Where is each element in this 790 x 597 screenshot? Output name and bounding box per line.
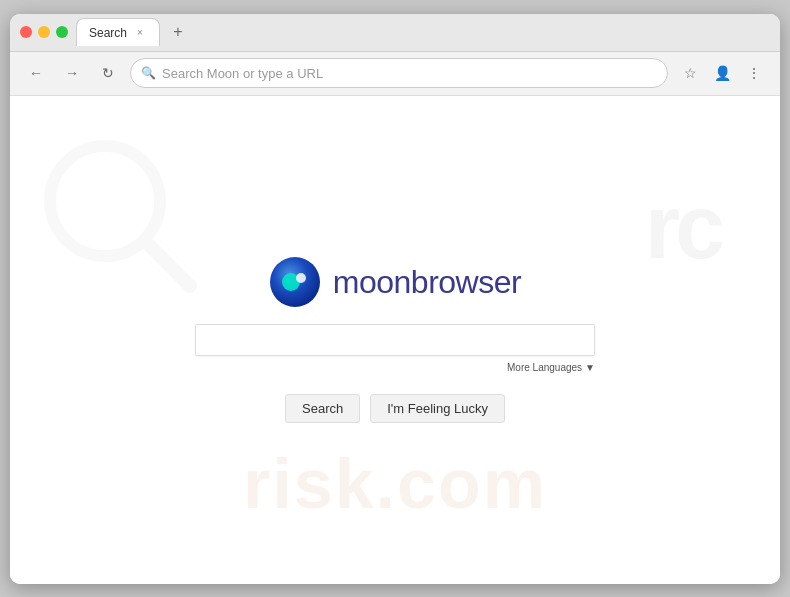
bookmark-button[interactable]: ☆ (676, 59, 704, 87)
search-bar-wrapper: More Languages▼ (195, 324, 595, 374)
search-icon: 🔍 (141, 66, 156, 80)
svg-line-1 (148, 244, 190, 286)
address-bar-text: Search Moon or type a URL (162, 66, 323, 81)
menu-button[interactable]: ⋮ (740, 59, 768, 87)
back-icon: ← (29, 65, 43, 81)
back-button[interactable]: ← (22, 59, 50, 87)
search-content: moonbrowser More Languages▼ Search I'm F… (195, 256, 595, 423)
tab-bar: Search × + (76, 18, 770, 46)
nav-bar: ← → ↻ 🔍 Search Moon or type a URL ☆ 👤 ⋮ (10, 52, 780, 96)
brand-row: moonbrowser (269, 256, 521, 308)
watermark-bottom-text: risk.com (243, 444, 547, 524)
maximize-window-button[interactable] (56, 26, 68, 38)
nav-right-actions: ☆ 👤 ⋮ (676, 59, 768, 87)
minimize-window-button[interactable] (38, 26, 50, 38)
svg-point-4 (296, 273, 306, 283)
watermark-top-text: rc (645, 176, 720, 279)
more-languages-arrow: ▼ (585, 362, 595, 373)
browser-window: Search × + ← → ↻ 🔍 Search Moon or type a… (10, 14, 780, 584)
new-tab-icon: + (173, 23, 182, 41)
tab-close-icon: × (137, 27, 143, 38)
close-window-button[interactable] (20, 26, 32, 38)
search-input[interactable] (195, 324, 595, 356)
brand-name: moonbrowser (333, 264, 521, 301)
active-tab[interactable]: Search × (76, 18, 160, 46)
address-bar[interactable]: 🔍 Search Moon or type a URL (130, 58, 668, 88)
tab-close-button[interactable]: × (133, 26, 147, 40)
more-languages-label[interactable]: More Languages▼ (504, 360, 595, 374)
profile-button[interactable]: 👤 (708, 59, 736, 87)
watermark-magnifier (40, 136, 200, 296)
title-bar: Search × + (10, 14, 780, 52)
forward-button[interactable]: → (58, 59, 86, 87)
lucky-button[interactable]: I'm Feeling Lucky (370, 394, 505, 423)
reload-icon: ↻ (102, 65, 114, 81)
svg-point-0 (50, 146, 160, 256)
traffic-lights (20, 26, 68, 38)
page-content: rc risk.com (10, 96, 780, 584)
new-tab-button[interactable]: + (166, 20, 190, 44)
reload-button[interactable]: ↻ (94, 59, 122, 87)
buttons-row: Search I'm Feeling Lucky (285, 394, 505, 423)
tab-title: Search (89, 26, 127, 40)
forward-icon: → (65, 65, 79, 81)
search-button[interactable]: Search (285, 394, 360, 423)
brand-logo (269, 256, 321, 308)
